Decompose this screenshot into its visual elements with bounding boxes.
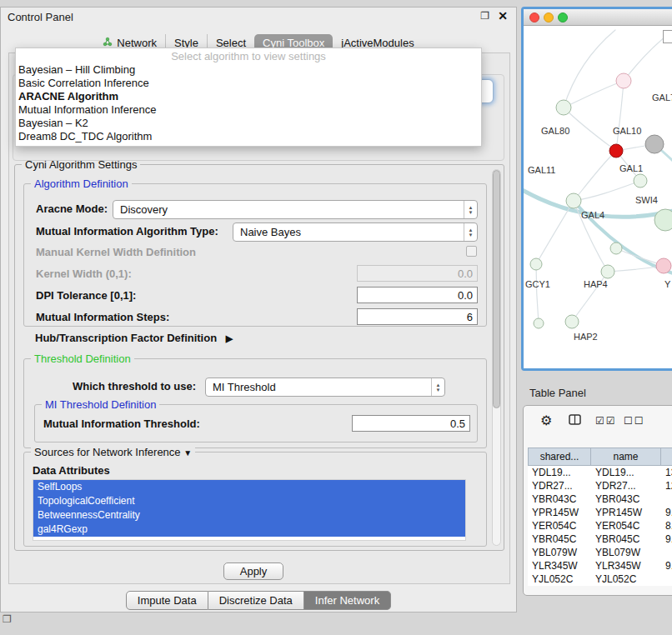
network-node[interactable] <box>601 265 614 278</box>
bottom-tab-infer-network[interactable]: Infer Network <box>304 591 391 610</box>
network-node[interactable] <box>565 315 579 328</box>
network-node[interactable] <box>566 193 581 208</box>
table-panel-title: Table Panel <box>529 387 586 399</box>
algorithm-option[interactable]: ARACNE Algorithm <box>16 90 481 103</box>
aracne-mode-value: Discovery <box>113 203 464 216</box>
network-node[interactable] <box>534 318 544 328</box>
network-node[interactable] <box>556 100 571 115</box>
zoom-traffic-light[interactable] <box>558 12 568 22</box>
table-cell: YLR345W <box>528 559 591 572</box>
mi-threshold-definition-group: MI Threshold Definition Mutual Informati… <box>34 404 478 442</box>
settings-scrollbar-thumb[interactable] <box>493 170 500 408</box>
threshold-definition-group: Threshold Definition Which threshold to … <box>23 358 487 448</box>
node-label: GCY1 <box>525 279 550 289</box>
column-header[interactable]: shared... <box>528 448 591 466</box>
algorithm-option[interactable]: Basic Correlation Inference <box>16 77 481 90</box>
hub-transcription-section-toggle[interactable]: Hub/Transcription Factor Definition ▶ <box>35 332 233 344</box>
column-header[interactable] <box>661 448 672 466</box>
mi-type-select[interactable]: Naive Bayes ▲▼ <box>233 222 478 242</box>
table-panel: ⚙ ☑☑ ☐☐ shared...name YDL19...YDL19...13… <box>523 405 672 596</box>
attribute-list-item[interactable]: gal4RGexp <box>33 522 465 537</box>
dpi-tolerance-input[interactable] <box>357 287 478 303</box>
table-cell: 8. <box>661 519 672 532</box>
table-row[interactable]: YLR345WYLR345W9. <box>528 559 672 572</box>
which-threshold-select[interactable]: MI Threshold ▲▼ <box>205 378 445 397</box>
algorithm-definition-title: Algorithm Definition <box>31 178 132 190</box>
table-row[interactable]: YBR045CYBR045C9. <box>528 532 672 546</box>
table-row[interactable]: YER054CYER054C8. <box>528 519 672 532</box>
data-attributes-list[interactable]: SelfLoopsTopologicalCoefficientBetweenne… <box>33 479 466 541</box>
network-canvas[interactable]: GAL7GAL80GAL10GAL11GAL1SWI4GAL4GCY1HAP4Y… <box>524 26 672 368</box>
algorithm-option[interactable]: Bayesian – K2 <box>16 117 481 130</box>
table-cell: YLR345W <box>591 559 661 572</box>
bottom-tab-impute-data[interactable]: Impute Data <box>126 591 208 610</box>
aracne-mode-select[interactable]: Discovery ▲▼ <box>113 200 478 219</box>
deselect-all-icon[interactable]: ☐☐ <box>624 415 645 427</box>
algorithm-popup-placeholder: Select algorithm to view settings <box>16 49 481 63</box>
mi-steps-input[interactable] <box>357 308 478 325</box>
close-icon[interactable]: ✕ <box>498 9 508 22</box>
kernel-width-label: Kernel Width (0,1): <box>36 268 132 281</box>
node-attribute-table: shared...name YDL19...YDL19...13YDR27...… <box>528 448 672 586</box>
window-title: Control Panel <box>8 11 73 23</box>
bottom-tab-discretize-data[interactable]: Discretize Data <box>208 591 304 610</box>
network-node[interactable] <box>610 242 622 254</box>
close-traffic-light[interactable] <box>529 12 539 22</box>
network-node[interactable] <box>609 144 623 158</box>
algorithm-option[interactable]: Mutual Information Inference <box>16 103 481 117</box>
which-threshold-label: Which threshold to use: <box>73 380 196 393</box>
table-cell: YBL079W <box>528 546 591 559</box>
data-attributes-label: Data Attributes <box>33 464 110 477</box>
table-row[interactable]: YBL079WYBL079W <box>528 546 672 559</box>
table-row[interactable]: YDL19...YDL19...13 <box>528 466 672 479</box>
cyni-bottom-tabbar: Impute DataDiscretize DataInfer Network <box>1 591 516 610</box>
table-row[interactable]: YPR145WYPR145W9. <box>528 506 672 519</box>
columns-icon[interactable] <box>569 414 582 429</box>
column-header[interactable]: name <box>591 448 661 466</box>
table-cell <box>661 572 672 586</box>
select-all-icon[interactable]: ☑☑ <box>595 415 617 427</box>
table-body: YDL19...YDL19...13YDR27...YDR27...12YBR0… <box>528 466 672 586</box>
mi-threshold-input[interactable] <box>352 415 470 432</box>
table-cell: YDR27... <box>528 479 591 492</box>
collapse-down-icon: ▼ <box>183 448 192 458</box>
network-node[interactable] <box>656 258 671 273</box>
table-cell <box>661 546 672 559</box>
float-window-icon[interactable]: ❐ <box>480 10 489 22</box>
attribute-list-item[interactable]: SelfLoops <box>33 480 465 494</box>
minimize-traffic-light[interactable] <box>544 12 554 22</box>
network-window-titlebar[interactable] <box>524 9 672 26</box>
table-row[interactable]: YDR27...YDR27...12 <box>528 479 672 492</box>
network-view-window: GAL7GAL80GAL10GAL11GAL1SWI4GAL4GCY1HAP4Y… <box>521 7 672 371</box>
network-node[interactable] <box>616 73 631 88</box>
table-cell: 9. <box>661 506 672 519</box>
sources-group-title[interactable]: Sources for Network Inference ▼ <box>31 446 195 458</box>
table-cell: YDL19... <box>528 466 591 479</box>
mini-panel-icon[interactable]: ❐ <box>3 613 12 625</box>
apply-button[interactable]: Apply <box>223 562 283 580</box>
network-node[interactable] <box>634 174 647 188</box>
node-label: HAP4 <box>584 279 608 289</box>
settings-scrollbar[interactable] <box>492 169 501 546</box>
table-cell: YBR045C <box>528 532 591 546</box>
stepper-icon: ▲▼ <box>464 223 477 241</box>
table-cell: YER054C <box>591 519 661 532</box>
attribute-list-item[interactable]: TopologicalCoefficient <box>33 494 465 508</box>
table-cell <box>661 492 672 506</box>
network-node[interactable] <box>530 258 542 270</box>
network-overlay-fragment <box>663 30 672 43</box>
attribute-list-item[interactable]: BetweennessCentrality <box>33 508 465 522</box>
algorithm-option[interactable]: Bayesian – Hill Climbing <box>16 63 481 77</box>
table-cell: YBR045C <box>591 532 661 546</box>
table-row[interactable]: YBR043CYBR043C <box>528 492 672 506</box>
table-cell: YBR043C <box>528 492 591 506</box>
node-label: GAL1 <box>619 163 643 173</box>
table-row[interactable]: YJL052CYJL052C <box>528 572 672 586</box>
network-node[interactable] <box>654 209 672 231</box>
algorithm-option[interactable]: Dream8 DC_TDC Algorithm <box>16 130 481 143</box>
sources-title-text: Sources for Network Inference <box>34 446 181 458</box>
stepper-icon: ▲▼ <box>464 201 477 218</box>
network-node[interactable] <box>645 135 664 153</box>
gear-icon[interactable]: ⚙ <box>540 412 552 428</box>
table-cell: YDR27... <box>591 479 661 492</box>
